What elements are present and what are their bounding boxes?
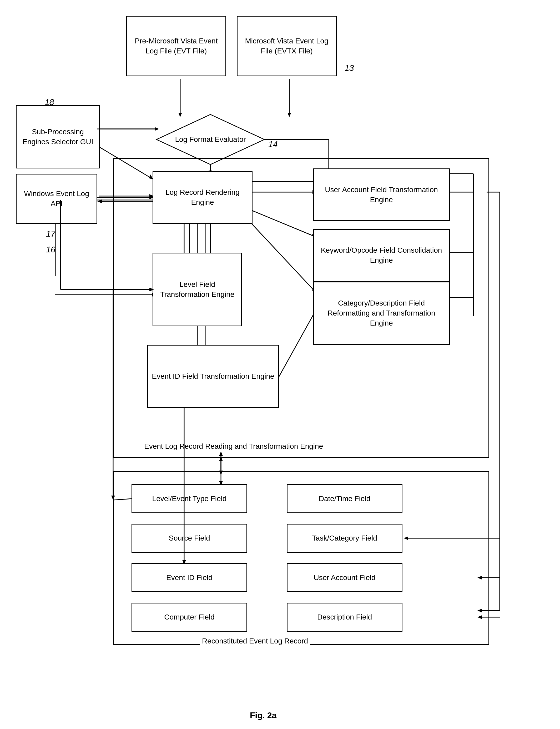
pre-vista-label: Pre-Microsoft Vista Event Log File (EVT … xyxy=(130,36,223,56)
computer-field-label: Computer Field xyxy=(164,612,214,622)
event-log-record-region xyxy=(113,158,489,458)
windows-event-log-label: Windows Event Log API xyxy=(19,189,94,209)
pre-vista-box: Pre-Microsoft Vista Event Log File (EVT … xyxy=(126,16,226,76)
ms-vista-label: Microsoft Vista Event Log File (EVTX Fil… xyxy=(240,36,333,56)
event-log-record-label: Event Log Record Reading and Transformat… xyxy=(142,442,325,451)
ref-17: 17 xyxy=(46,229,56,239)
reconstituted-label: Reconstituted Event Log Record xyxy=(200,637,310,645)
ref-16: 16 xyxy=(46,245,56,254)
log-format-label: Log Format Evaluator xyxy=(175,135,246,144)
svg-marker-3 xyxy=(287,113,291,117)
source-field-label: Source Field xyxy=(169,533,210,543)
level-event-type-label: Level/Event Type Field xyxy=(152,494,227,504)
task-category-field-label: Task/Category Field xyxy=(312,533,377,543)
user-account-field-label: User Account Field xyxy=(314,573,376,583)
ref-18: 18 xyxy=(45,97,54,107)
source-field-box: Source Field xyxy=(132,524,247,553)
ref-14: 14 xyxy=(268,139,278,149)
level-event-type-box: Level/Event Type Field xyxy=(132,484,247,513)
svg-marker-78 xyxy=(97,199,102,203)
fig-label: Fig. 2a xyxy=(250,711,276,720)
date-time-field-box: Date/Time Field xyxy=(287,484,402,513)
windows-event-log-box: Windows Event Log API xyxy=(16,174,97,224)
date-time-field-label: Date/Time Field xyxy=(319,494,371,504)
ref-13: 13 xyxy=(345,63,354,73)
event-id-field-box: Event ID Field xyxy=(132,563,247,592)
computer-field-box: Computer Field xyxy=(132,603,247,632)
diagram: Pre-Microsoft Vista Event Log File (EVT … xyxy=(0,0,560,729)
description-field-label: Description Field xyxy=(317,612,372,622)
ms-vista-box: Microsoft Vista Event Log File (EVTX Fil… xyxy=(237,16,337,76)
sub-processing-box: Sub-Processing Engines Selector GUI xyxy=(16,105,100,168)
sub-processing-label: Sub-Processing Engines Selector GUI xyxy=(19,127,97,147)
event-id-field-label: Event ID Field xyxy=(166,573,213,583)
user-account-field-box: User Account Field xyxy=(287,563,402,592)
task-category-field-box: Task/Category Field xyxy=(287,524,402,553)
description-field-box: Description Field xyxy=(287,603,402,632)
